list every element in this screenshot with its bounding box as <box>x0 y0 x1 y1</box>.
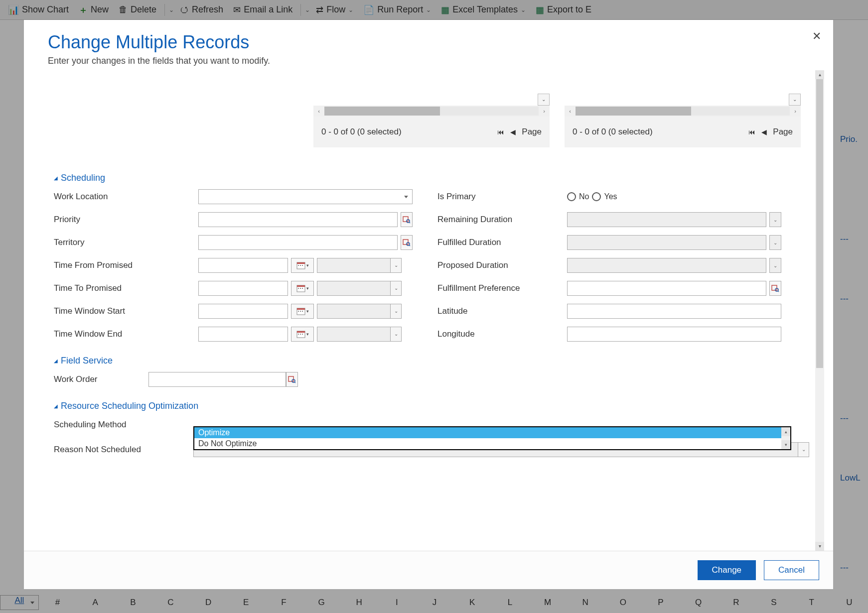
record-count: 0 - 0 of 0 (0 selected) <box>321 127 402 137</box>
svg-rect-10 <box>302 265 303 266</box>
lookup-icon[interactable] <box>401 235 413 250</box>
is-primary-no[interactable]: No <box>567 192 589 202</box>
dialog-footer: Change Cancel <box>24 551 833 589</box>
svg-rect-3 <box>403 240 408 245</box>
svg-rect-0 <box>403 217 408 222</box>
collapse-icon: ◢ <box>54 175 58 181</box>
excel-templates-button[interactable]: ▦Excel Templates⌄ <box>437 2 530 17</box>
time-from-promised-date[interactable] <box>198 258 288 273</box>
dialog-title: Change Multiple Records <box>48 32 813 53</box>
svg-rect-8 <box>298 265 299 266</box>
change-multiple-records-dialog: Change Multiple Records Enter your chang… <box>24 20 833 589</box>
dialog-header: Change Multiple Records Enter your chang… <box>24 20 833 70</box>
calendar-icon[interactable]: ▾ <box>291 327 314 342</box>
change-button[interactable]: Change <box>698 560 756 580</box>
left-grid-pane: ⌄ ‹ › 0 - 0 of 0 (0 selected) ⏮ ◀ Page <box>313 93 550 148</box>
run-report-button[interactable]: 📄Run Report⌄ <box>359 2 435 17</box>
duration-dropdown-icon[interactable]: ⌄ <box>769 212 781 227</box>
duration-dropdown-icon[interactable]: ⌄ <box>769 235 781 250</box>
body-scrollbar[interactable]: ▴ ▾ <box>815 70 824 551</box>
cancel-button[interactable]: Cancel <box>764 560 819 580</box>
svg-rect-14 <box>300 288 301 289</box>
svg-rect-7 <box>297 262 305 264</box>
calendar-icon[interactable]: ▾ <box>291 258 314 273</box>
show-chart-button[interactable]: 📊Show Chart <box>4 2 73 17</box>
remaining-duration-input[interactable] <box>567 212 766 227</box>
svg-rect-20 <box>297 308 305 310</box>
svg-rect-25 <box>297 331 305 333</box>
pane-hscroll[interactable]: ‹ › <box>313 106 550 117</box>
proposed-duration-label: Proposed Duration <box>437 260 567 270</box>
alpha-filter-bar[interactable]: All # A B C D E F G H I J K L M N O P Q … <box>0 592 868 613</box>
page-label: Page <box>522 127 542 137</box>
fulfillment-preference-input[interactable] <box>567 281 766 296</box>
svg-line-5 <box>409 245 410 246</box>
svg-rect-29 <box>289 376 293 381</box>
time-to-promised-date[interactable] <box>198 281 288 296</box>
pane-hscroll[interactable]: ‹ › <box>565 106 801 117</box>
lookup-icon[interactable] <box>286 372 298 387</box>
lookup-icon[interactable] <box>769 281 781 296</box>
calendar-icon[interactable]: ▾ <box>291 304 314 319</box>
time-window-end-date[interactable] <box>198 327 288 342</box>
rso-section-header[interactable]: ◢ Resource Scheduling Optimization <box>54 401 809 411</box>
field-service-section-header[interactable]: ◢ Field Service <box>54 356 809 366</box>
scheduling-method-dropdown[interactable]: Optimize Do Not Optimize ▴▾ <box>193 426 791 450</box>
scroll-left-icon[interactable]: ‹ <box>565 106 576 117</box>
first-page-icon[interactable]: ⏮ <box>497 128 504 136</box>
time-to-promised-time[interactable]: ⌄ <box>317 281 402 296</box>
svg-rect-23 <box>302 311 303 312</box>
work-location-select[interactable] <box>198 189 413 204</box>
time-window-start-label: Time Window Start <box>54 306 198 316</box>
lookup-icon[interactable] <box>401 212 413 227</box>
close-button[interactable]: ✕ <box>812 30 821 43</box>
svg-line-31 <box>294 382 295 383</box>
scroll-right-icon[interactable]: › <box>539 106 550 117</box>
dialog-subtitle: Enter your changes in the fields that yo… <box>48 56 813 66</box>
svg-line-18 <box>778 291 779 292</box>
fulfilled-duration-input[interactable] <box>567 235 766 250</box>
prev-page-icon[interactable]: ◀ <box>510 128 516 136</box>
latitude-input[interactable] <box>567 304 781 319</box>
territory-input[interactable] <box>198 235 398 250</box>
first-page-icon[interactable]: ⏮ <box>748 128 755 136</box>
pane-dropdown-icon[interactable]: ⌄ <box>789 94 801 106</box>
scroll-left-icon[interactable]: ‹ <box>313 106 324 117</box>
refresh-button[interactable]: ⭯Refresh <box>176 2 227 17</box>
time-window-start-time[interactable]: ⌄ <box>317 304 402 319</box>
is-primary-yes[interactable]: Yes <box>592 192 617 202</box>
email-link-button[interactable]: ✉Email a Link <box>229 2 296 17</box>
page-label: Page <box>773 127 793 137</box>
calendar-icon[interactable]: ▾ <box>291 281 314 296</box>
flow-button[interactable]: ⇄Flow⌄ <box>312 2 357 17</box>
export-excel-button[interactable]: ▦Export to E <box>532 2 595 17</box>
time-window-start-date[interactable] <box>198 304 288 319</box>
right-grid-pane: ⌄ ‹ › 0 - 0 of 0 (0 selected) ⏮ ◀ Page <box>564 93 801 148</box>
scroll-down-icon[interactable]: ▾ <box>815 542 824 551</box>
work-order-label: Work Order <box>54 374 114 384</box>
option-do-not-optimize[interactable]: Do Not Optimize <box>194 438 790 449</box>
delete-button[interactable]: 🗑Delete <box>115 2 160 17</box>
scheduling-section-header[interactable]: ◢ Scheduling <box>54 173 809 183</box>
dropdown-scrollbar[interactable]: ▴▾ <box>781 427 790 449</box>
svg-rect-13 <box>298 288 299 289</box>
longitude-input[interactable] <box>567 327 781 342</box>
fulfilled-duration-label: Fulfilled Duration <box>437 238 567 247</box>
proposed-duration-input[interactable] <box>567 258 766 273</box>
alpha-all[interactable]: All <box>0 595 39 610</box>
scroll-right-icon[interactable]: › <box>790 106 801 117</box>
option-optimize[interactable]: Optimize <box>194 427 790 438</box>
svg-rect-9 <box>300 265 301 266</box>
scroll-up-icon[interactable]: ▴ <box>815 70 824 79</box>
scroll-thumb[interactable] <box>816 79 823 368</box>
duration-dropdown-icon[interactable]: ⌄ <box>769 258 781 273</box>
pane-dropdown-icon[interactable]: ⌄ <box>538 94 550 106</box>
time-window-end-time[interactable]: ⌄ <box>317 327 402 342</box>
new-button[interactable]: ＋New <box>75 2 113 18</box>
priority-input[interactable] <box>198 212 398 227</box>
prev-page-icon[interactable]: ◀ <box>761 128 767 136</box>
alpha-hash[interactable]: # <box>39 598 77 608</box>
work-order-input[interactable] <box>148 372 286 387</box>
time-from-promised-time[interactable]: ⌄ <box>317 258 402 273</box>
command-bar: 📊Show Chart ＋New 🗑Delete ⌄ ⭯Refresh ✉Ema… <box>0 0 868 20</box>
